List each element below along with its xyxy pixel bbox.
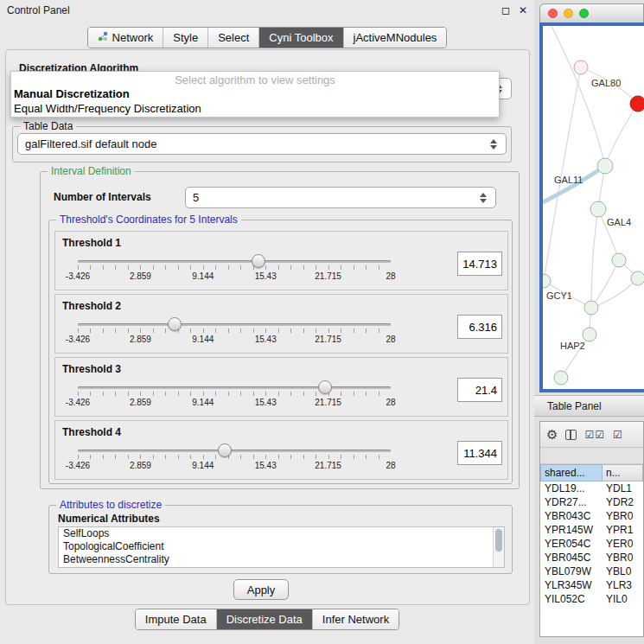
threshold-3-slider[interactable]: -3.426 2.859 9.144 15.43 21.715 28: [78, 379, 391, 417]
dropdown-item-manual-discretization[interactable]: Manual Discretization: [11, 86, 499, 101]
network-node[interactable]: [554, 371, 568, 385]
threshold-1-slider[interactable]: -3.426 2.859 9.144 15.43 21.715 28: [78, 252, 391, 290]
network-tab-icon: [98, 31, 108, 44]
list-item[interactable]: SelfLoops: [59, 527, 504, 540]
number-of-intervals-combobox[interactable]: 5: [185, 187, 496, 208]
tab-style[interactable]: Style: [163, 28, 208, 48]
threshold-4-slider[interactable]: -3.426 2.859 9.144 15.43 21.715 28: [78, 442, 391, 480]
table-row[interactable]: YBR045CYBR0: [540, 551, 643, 564]
numerical-attributes-list[interactable]: SelfLoops TopologicalCoefficient Between…: [58, 526, 505, 568]
slider-track[interactable]: [78, 323, 391, 326]
combo-stepper-icon: [490, 139, 499, 150]
tab-cyni-toolbox[interactable]: Cyni Toolbox: [259, 28, 343, 48]
column-header-shared-name[interactable]: shared...: [540, 464, 603, 481]
apply-button[interactable]: Apply: [233, 579, 289, 600]
network-canvas[interactable]: GAL80 GAL11 GAL4 GCY1 HAP2: [543, 26, 644, 389]
tab-select[interactable]: Select: [208, 28, 259, 48]
threshold-label: Threshold 2: [62, 300, 121, 312]
network-node[interactable]: [590, 201, 606, 217]
top-tab-bar: Network Style Select Cyni Toolbox jActiv…: [0, 27, 534, 48]
network-node[interactable]: [543, 274, 551, 288]
node-label: GAL80: [591, 78, 621, 88]
slider-ticks: [78, 392, 391, 396]
threshold-label: Threshold 1: [62, 237, 121, 249]
minimize-button[interactable]: [564, 9, 573, 18]
network-node[interactable]: [612, 253, 626, 267]
numerical-attributes-label: Numerical Attributes: [58, 513, 160, 525]
attributes-group: Attributes to discretize Numerical Attri…: [48, 505, 513, 574]
network-node-selected[interactable]: [630, 96, 644, 112]
list-item[interactable]: TopologicalCoefficient: [59, 540, 504, 553]
slider-thumb[interactable]: [252, 254, 265, 268]
table-data-combobox[interactable]: galFiltered.sif default node: [17, 133, 507, 155]
scrollbar[interactable]: [493, 527, 504, 567]
tab-jactivemnodules[interactable]: jActiveMNodules: [344, 28, 447, 48]
interval-definition-title: Interval Definition: [48, 165, 135, 177]
tab-label: jActiveMNodules: [354, 31, 437, 44]
network-node[interactable]: [583, 328, 596, 341]
slider-scale: -3.426 2.859 9.144 15.43 21.715 28: [78, 461, 391, 471]
slider-thumb[interactable]: [218, 443, 232, 457]
column-header-name[interactable]: n...: [603, 464, 643, 481]
slider-ticks: [78, 328, 391, 333]
bottom-tabstrip: Impute Data Discretize Data Infer Networ…: [135, 609, 399, 630]
network-node[interactable]: [574, 61, 588, 74]
combo-stepper-icon: [480, 193, 488, 203]
threshold-2-slider[interactable]: -3.426 2.859 9.144 15.43 21.715 28: [78, 316, 391, 354]
slider-track[interactable]: [78, 260, 391, 263]
tab-infer-network[interactable]: Infer Network: [313, 609, 399, 629]
dropdown-item-equal-width-frequency[interactable]: Equal Width/Frequency Discretization: [11, 101, 499, 116]
select-all-checkboxes-icon[interactable]: ☑☑: [584, 430, 605, 440]
tab-label: Select: [218, 31, 249, 44]
list-item[interactable]: BetweennessCentrality: [59, 553, 504, 566]
close-icon[interactable]: ✕: [519, 4, 527, 16]
table-panel-title: Table Panel: [547, 400, 602, 412]
tab-discretize-data[interactable]: Discretize Data: [217, 609, 313, 629]
tab-label: Cyni Toolbox: [269, 31, 333, 44]
top-tabstrip: Network Style Select Cyni Toolbox jActiv…: [87, 27, 448, 48]
node-label: GAL4: [607, 217, 631, 227]
threshold-3-value-input[interactable]: [457, 378, 502, 402]
slider-ticks: [78, 455, 391, 459]
close-button[interactable]: [548, 9, 558, 18]
table-row[interactable]: YIL052CYIL0: [540, 592, 643, 606]
threshold-label: Threshold 4: [62, 426, 121, 438]
checkbox-icon[interactable]: ☑: [613, 430, 623, 440]
slider-thumb[interactable]: [318, 380, 332, 394]
node-label: HAP2: [560, 341, 585, 351]
tab-impute-data[interactable]: Impute Data: [136, 609, 217, 629]
tab-label: Style: [173, 31, 198, 44]
columns-icon[interactable]: [565, 430, 577, 440]
table-row[interactable]: YDR27...YDR2: [540, 495, 643, 509]
algorithm-placeholder: Select algorithm to view settings: [11, 73, 499, 86]
network-node[interactable]: [631, 271, 644, 285]
table-body: YDL19...YDL1 YDR27...YDR2 YBR043CYBR0 YP…: [540, 481, 643, 606]
table-row[interactable]: YBR043CYBR0: [540, 509, 643, 523]
float-window-icon[interactable]: ◻: [501, 4, 510, 16]
network-view-window: GAL80 GAL11 GAL4 GCY1 HAP2: [539, 3, 644, 392]
attributes-group-title: Attributes to discretize: [56, 499, 165, 511]
gear-icon[interactable]: ⚙: [546, 428, 558, 441]
threshold-4-value-input[interactable]: [457, 441, 502, 465]
network-node[interactable]: [597, 158, 613, 174]
threshold-2-panel: Threshold 2 -3.426 2.859 9.144 15.43 21.…: [54, 294, 508, 354]
table-row[interactable]: YDL19...YDL1: [540, 481, 643, 495]
thresholds-group: Threshold's Coordinates for 5 Intervals …: [48, 220, 513, 484]
threshold-1-value-input[interactable]: [457, 252, 502, 276]
slider-track[interactable]: [78, 450, 391, 452]
threshold-2-value-input[interactable]: [457, 315, 502, 339]
slider-scale: -3.426 2.859 9.144 15.43 21.715 28: [78, 398, 391, 408]
slider-thumb[interactable]: [168, 317, 182, 331]
tab-network[interactable]: Network: [88, 28, 164, 48]
table-row[interactable]: YBL079WYBL0: [540, 564, 643, 578]
slider-scale: -3.426 2.859 9.144 15.43 21.715 28: [78, 271, 391, 282]
window-title: Control Panel: [7, 4, 493, 16]
table-row[interactable]: YLR345WYLR3: [540, 578, 643, 592]
slider-track[interactable]: [78, 386, 391, 389]
scrollbar-thumb[interactable]: [495, 529, 502, 552]
network-node[interactable]: [584, 301, 598, 315]
combo-value: galFiltered.sif default node: [25, 137, 156, 150]
table-row[interactable]: YPR145WYPR1: [540, 523, 643, 537]
table-row[interactable]: YER054CYER0: [540, 537, 643, 551]
zoom-button[interactable]: [579, 9, 589, 18]
